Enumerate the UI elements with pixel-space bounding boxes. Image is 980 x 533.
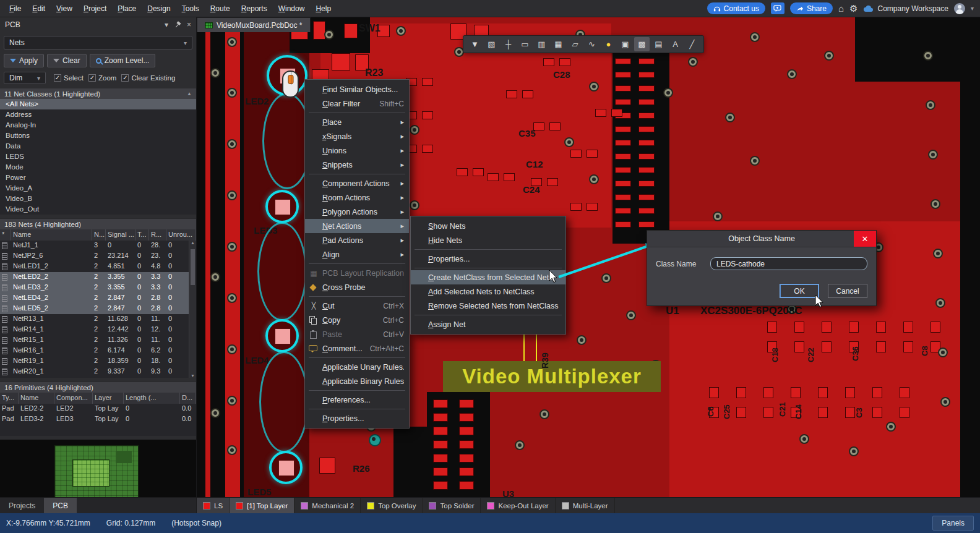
submenu-item-assign-net[interactable]: Assign Net xyxy=(411,317,565,331)
menu-item-xsignals[interactable]: xSignals▸ xyxy=(305,129,409,143)
netclass-item-video-a[interactable]: Video_A xyxy=(0,183,196,194)
cancel-button[interactable]: Cancel xyxy=(828,284,867,298)
menu-item-polygon-actions[interactable]: Polygon Actions▸ xyxy=(305,205,409,219)
marquee-icon[interactable]: ▭ xyxy=(517,37,533,51)
panel-tab-pcb[interactable]: PCB xyxy=(44,498,77,513)
netclass-item-buttons[interactable]: Buttons xyxy=(0,130,196,141)
nets-column-header[interactable]: R... xyxy=(149,229,166,241)
submenu-item-properties[interactable]: Properties... xyxy=(411,252,565,266)
layer-tab-top-overlay[interactable]: Top Overlay xyxy=(361,498,423,513)
net-row[interactable]: NetLED5_222.84702.80 xyxy=(0,304,196,314)
workspace-menu[interactable]: Company Workspace xyxy=(863,4,948,13)
dashed-select-icon[interactable]: ▧ xyxy=(484,37,499,51)
net-row[interactable]: NetLED4_222.84702.80 xyxy=(0,293,196,304)
apply-button[interactable]: Apply xyxy=(4,54,44,67)
menu-item-net-actions[interactable]: Net Actions▸ xyxy=(305,219,409,233)
scrollbar-thumb[interactable] xyxy=(191,249,195,285)
menu-item-properties[interactable]: Properties... xyxy=(305,411,409,425)
menu-item-place[interactable]: Place▸ xyxy=(305,115,409,129)
nets-column-header[interactable]: Signal ... xyxy=(106,229,135,241)
clear-button[interactable]: Clear xyxy=(47,54,87,67)
netclass-item-data[interactable]: Data xyxy=(0,141,196,151)
dim-select[interactable]: Dim ▾ xyxy=(4,72,46,84)
net-row[interactable]: NetJP2_6223.214023.0 xyxy=(0,251,196,262)
menu-item-copy[interactable]: CopyCtrl+C xyxy=(305,313,409,327)
panel-mode-select[interactable]: Nets ▾ xyxy=(4,36,192,49)
board-thumbnail[interactable] xyxy=(54,445,139,501)
layer-tab-top-solder[interactable]: Top Solder xyxy=(423,498,481,513)
menu-item-preferences[interactable]: Preferences... xyxy=(305,393,409,407)
net-row[interactable]: NetR13_1211.628011.0 xyxy=(0,314,196,325)
primitives-column-header[interactable]: Ty... xyxy=(0,393,19,404)
dialog-close-icon[interactable]: ✕ xyxy=(854,231,876,247)
primitives-column-header[interactable]: Name xyxy=(19,393,54,404)
primitives-column-header[interactable]: Length (... xyxy=(124,393,180,404)
nets-column-header[interactable]: Name xyxy=(11,229,92,241)
zoom-level-button[interactable]: Zoom Level... xyxy=(90,54,156,67)
panels-button[interactable]: Panels xyxy=(932,516,974,531)
layer-tab-1-top-layer[interactable]: [1] Top Layer xyxy=(230,498,294,513)
menubar-item-edit[interactable]: Edit xyxy=(27,2,51,15)
layer-tab-multi-layer[interactable]: Multi-Layer xyxy=(556,498,615,513)
pin-icon[interactable] xyxy=(173,20,182,29)
menu-item-clear-filter[interactable]: Clear FilterShift+C xyxy=(305,96,409,111)
menu-item-applicable-unary-rules[interactable]: Applicable Unary Rules... xyxy=(305,360,409,374)
menubar-item-tools[interactable]: Tools xyxy=(176,2,205,15)
primitives-column-header[interactable]: Layer xyxy=(93,393,124,404)
menu-item-room-actions[interactable]: Room Actions▸ xyxy=(305,190,409,205)
layer-tab-mechanical-2[interactable]: Mechanical 2 xyxy=(294,498,361,513)
user-avatar[interactable] xyxy=(954,3,965,14)
document-tab[interactable]: VideoMuxBoard.PcbDoc * xyxy=(197,17,311,32)
chart-icon[interactable]: ▤ xyxy=(651,37,666,51)
net-row[interactable]: NetR16_126.17406.20 xyxy=(0,346,196,356)
submenu-item-remove-selected-nets-from-netclass[interactable]: Remove Selected Nets from NetClass xyxy=(411,299,565,313)
primitives-column-header[interactable]: Compon... xyxy=(54,393,93,404)
netclass-item-all-nets[interactable]: <All Nets> xyxy=(0,99,196,109)
submenu-item-hide-nets[interactable]: Hide Nets xyxy=(411,233,565,247)
nets-scrollbar[interactable]: ▲▼ xyxy=(189,241,196,378)
nets-column-header[interactable]: N... xyxy=(92,229,106,241)
filter-icon[interactable]: ▼ xyxy=(467,37,483,51)
bulb-icon[interactable]: ● xyxy=(601,37,616,51)
netclass-item-analog-in[interactable]: Analog-In xyxy=(0,120,196,130)
menubar-item-place[interactable]: Place xyxy=(112,2,142,15)
net-row[interactable]: NetR19_1218.359018.0 xyxy=(0,356,196,367)
submenu-item-show-nets[interactable]: Show Nets xyxy=(411,219,565,233)
net-row[interactable]: NetJ1_130028.0 xyxy=(0,241,196,251)
submenu-item-add-selected-nets-to-netclass[interactable]: Add Selected Nets to NetClass xyxy=(411,284,565,299)
panel-menu-chevron-icon[interactable]: ▾ xyxy=(165,20,168,29)
menu-item-align[interactable]: Align▸ xyxy=(305,247,409,262)
checkbox-zoom[interactable]: ✓Zoom xyxy=(88,74,116,82)
netclass-item-video-b[interactable]: Video_B xyxy=(0,194,196,204)
menu-item-snippets[interactable]: Snippets▸ xyxy=(305,158,409,172)
netclass-item-address[interactable]: Address xyxy=(0,109,196,120)
menubar-item-file[interactable]: File xyxy=(4,2,27,15)
nets-column-header[interactable]: T... xyxy=(135,229,149,241)
layer-tab-keep-out-layer[interactable]: Keep-Out Layer xyxy=(481,498,555,513)
net-row[interactable]: NetLED3_223.35503.30 xyxy=(0,283,196,293)
menu-item-cut[interactable]: CutCtrl+X xyxy=(305,299,409,313)
netclass-item-video-out[interactable]: Video_Out xyxy=(0,204,196,215)
ok-button[interactable]: OK xyxy=(780,284,819,298)
menu-item-pcb-layout-replication[interactable]: PCB Layout Replication... xyxy=(305,266,409,280)
netclass-item-leds[interactable]: LEDS xyxy=(0,151,196,162)
menu-item-applicable-binary-rules[interactable]: Applicable Binary Rules... xyxy=(305,374,409,388)
nets-column-header[interactable]: * xyxy=(0,229,11,241)
columns-icon[interactable]: ▥ xyxy=(534,37,549,51)
comment-button[interactable] xyxy=(771,2,784,14)
menubar-item-reports[interactable]: Reports xyxy=(236,2,273,15)
text-icon[interactable]: A xyxy=(668,37,683,51)
nets-column-header[interactable]: Unrou... xyxy=(166,229,196,241)
menubar-item-project[interactable]: Project xyxy=(78,2,112,15)
dialog-titlebar[interactable]: Object Class Name ✕ xyxy=(647,231,876,247)
net-row[interactable]: NetR14_1212.442012.0 xyxy=(0,325,196,335)
menubar-item-design[interactable]: Design xyxy=(142,2,176,15)
net-row[interactable]: NetLED1_224.85104.80 xyxy=(0,262,196,272)
menu-item-pad-actions[interactable]: Pad Actions▸ xyxy=(305,233,409,247)
line-icon[interactable]: ╱ xyxy=(684,37,700,51)
checkbox-select[interactable]: ✓Select xyxy=(54,74,84,82)
move-icon[interactable]: ┼ xyxy=(501,37,516,51)
menubar-item-route[interactable]: Route xyxy=(205,2,236,15)
net-row[interactable]: NetR20_129.33709.30 xyxy=(0,367,196,377)
menu-item-find-similar-objects[interactable]: Find Similar Objects... xyxy=(305,82,409,96)
